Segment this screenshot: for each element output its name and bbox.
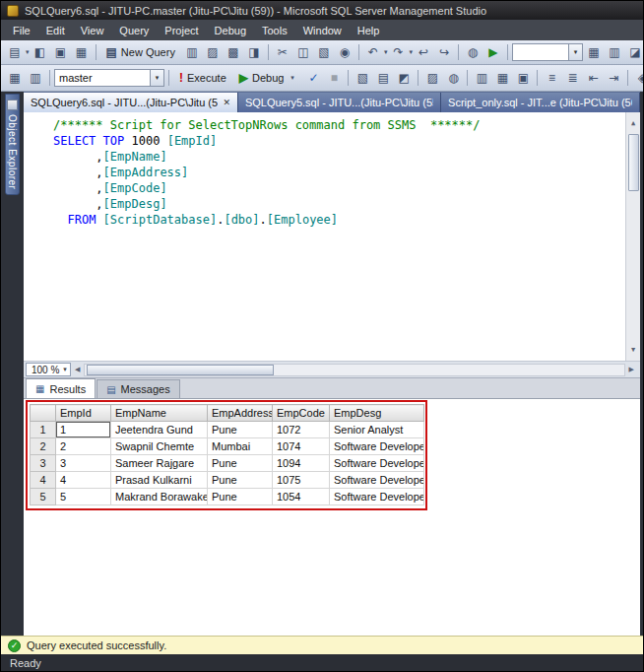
change-connection-icon[interactable]: ▥ xyxy=(26,69,45,88)
registered-servers-icon[interactable]: ▦ xyxy=(584,43,604,62)
object-explorer-tab[interactable]: Object Explorer xyxy=(5,94,20,195)
results-tab-messages[interactable]: ▤Messages xyxy=(97,379,180,398)
chevron-down-icon[interactable]: ▾ xyxy=(26,48,30,56)
results-to-grid-icon[interactable]: ▦ xyxy=(492,69,512,88)
document-tab-2[interactable]: SQLQuery5.sql - JITU...(Jitu-PC\Jitu (55… xyxy=(238,93,441,112)
grid-cell[interactable]: Jeetendra Gund xyxy=(111,422,208,438)
analysis-services-dmx-query-icon[interactable]: ▩ xyxy=(224,43,243,62)
grid-column-header[interactable]: EmpAddress xyxy=(208,405,273,422)
chevron-down-icon[interactable]: ▾ xyxy=(288,74,296,82)
grid-cell[interactable]: 1 xyxy=(56,422,111,438)
scroll-up-icon[interactable]: ▲ xyxy=(631,112,635,134)
new-project-icon[interactable]: ▤ xyxy=(5,43,25,62)
uncomment-selection-icon[interactable]: ≣ xyxy=(562,69,582,88)
grid-column-header[interactable]: EmpDesg xyxy=(330,405,424,422)
new-query-button[interactable]: ▤New Query xyxy=(100,42,181,62)
results-tab-results[interactable]: ▦Results xyxy=(26,378,96,398)
database-engine-query-icon[interactable]: ▥ xyxy=(182,43,202,62)
find-icon[interactable]: ◉ xyxy=(335,43,354,62)
start-debugging-icon[interactable]: ▶ xyxy=(483,43,503,62)
grid-row-number[interactable]: 5 xyxy=(31,489,56,505)
grid-cell[interactable]: Senior Analyst xyxy=(330,422,424,438)
menu-item-query[interactable]: Query xyxy=(111,22,157,39)
available-databases-combo[interactable]: master▾ xyxy=(54,69,164,87)
chevron-down-icon[interactable]: ▾ xyxy=(150,70,163,86)
code-area[interactable]: /****** Script for SelectTopNRows comman… xyxy=(53,117,622,228)
analysis-services-xmla-query-icon[interactable]: ◨ xyxy=(244,43,264,62)
redo-icon[interactable]: ↷ xyxy=(388,43,408,62)
menu-item-file[interactable]: File xyxy=(5,22,38,39)
intellisense-enabled-icon[interactable]: ◩ xyxy=(394,69,414,88)
grid-cell[interactable]: Sameer Rajgare xyxy=(111,455,208,472)
grid-cell[interactable]: Pune xyxy=(208,455,273,472)
chevron-down-icon[interactable]: ▾ xyxy=(568,44,582,60)
grid-cell[interactable]: Makrand Borawake xyxy=(111,489,208,505)
grid-cell[interactable]: 1075 xyxy=(273,472,330,489)
sql-editor[interactable]: /****** Script for SelectTopNRows comman… xyxy=(24,112,640,361)
grid-column-header[interactable]: EmpName xyxy=(111,405,208,422)
connect-database-icon[interactable]: ▦ xyxy=(5,69,25,88)
grid-cell[interactable]: 1074 xyxy=(273,438,330,455)
display-estimated-plan-icon[interactable]: ▧ xyxy=(353,69,372,88)
grid-cell[interactable]: 4 xyxy=(56,472,111,489)
open-file-icon[interactable]: ◧ xyxy=(31,43,50,62)
grid-cell[interactable]: 1094 xyxy=(273,455,330,472)
paste-icon[interactable]: ▧ xyxy=(314,43,334,62)
copy-icon[interactable]: ◫ xyxy=(293,43,313,62)
menu-item-debug[interactable]: Debug xyxy=(207,22,254,39)
zoom-selector[interactable]: 100 % ▾ xyxy=(26,363,71,376)
query-options-icon[interactable]: ▤ xyxy=(373,69,393,88)
editor-horizontal-scrollbar[interactable] xyxy=(84,364,624,376)
cut-icon[interactable]: ✂ xyxy=(273,43,292,62)
menu-item-window[interactable]: Window xyxy=(295,22,350,39)
save-all-icon[interactable]: ▦ xyxy=(72,43,92,62)
debug-button[interactable]: ▶Debug▾ xyxy=(233,68,303,88)
menu-item-project[interactable]: Project xyxy=(157,22,206,39)
grid-cell[interactable]: 1054 xyxy=(273,489,330,505)
chevron-down-icon[interactable]: ▾ xyxy=(63,366,67,373)
menu-item-view[interactable]: View xyxy=(73,22,112,39)
template-explorer-icon[interactable]: ▥ xyxy=(605,43,624,62)
properties-window-icon[interactable]: ◪ xyxy=(625,43,643,62)
grid-row-number[interactable]: 4 xyxy=(31,472,56,489)
grid-cell[interactable]: Mumbai xyxy=(208,438,273,455)
parse-query-icon[interactable]: ✓ xyxy=(303,69,323,88)
grid-cell[interactable]: Software Developer xyxy=(330,438,424,455)
grid-cell[interactable]: Software Developer xyxy=(330,489,424,505)
vertical-scrollbar-thumb[interactable] xyxy=(628,134,639,191)
specify-template-values-icon[interactable]: ◈ xyxy=(632,69,643,88)
editor-vertical-scrollbar[interactable]: ▲ ▼ xyxy=(625,112,640,361)
document-tab-3[interactable]: Script_only.sql - JIT...e (Jitu-PC\Jitu … xyxy=(441,93,640,112)
scroll-right-icon[interactable]: ▶ xyxy=(625,366,638,373)
cancel-executing-query-icon[interactable]: ■ xyxy=(324,69,344,88)
comment-selection-icon[interactable]: ≡ xyxy=(542,69,561,88)
grid-cell[interactable]: 5 xyxy=(56,489,111,505)
chevron-down-icon[interactable]: ▾ xyxy=(409,48,413,56)
grid-cell[interactable]: 3 xyxy=(56,455,111,472)
chevron-down-icon[interactable]: ▾ xyxy=(384,48,388,56)
results-to-text-icon[interactable]: ▥ xyxy=(472,69,491,88)
grid-corner-cell[interactable] xyxy=(31,405,56,422)
navigate-backward-icon[interactable]: ↩ xyxy=(414,43,433,62)
save-icon[interactable]: ▣ xyxy=(51,43,71,62)
grid-column-header[interactable]: EmpCode xyxy=(273,405,330,422)
include-actual-plan-icon[interactable]: ▨ xyxy=(422,69,442,88)
execute-button[interactable]: !Execute xyxy=(173,68,232,88)
grid-row-number[interactable]: 1 xyxy=(31,422,56,438)
grid-cell[interactable]: 2 xyxy=(56,438,111,455)
menu-item-edit[interactable]: Edit xyxy=(38,22,73,39)
grid-cell[interactable]: Swapnil Chemte xyxy=(111,438,208,455)
grid-cell[interactable]: Software Developer xyxy=(330,472,424,489)
grid-cell[interactable]: 1072 xyxy=(273,422,330,438)
menu-item-help[interactable]: Help xyxy=(350,22,388,39)
grid-cell[interactable]: Pune xyxy=(208,489,273,505)
decrease-indent-icon[interactable]: ⇤ xyxy=(583,69,603,88)
scroll-left-icon[interactable]: ◀ xyxy=(71,366,84,373)
quick-find-combo[interactable]: ▾ xyxy=(512,43,583,61)
grid-cell[interactable]: Pune xyxy=(208,422,273,438)
close-icon[interactable]: ✕ xyxy=(223,98,230,107)
activity-monitor-icon[interactable]: ◍ xyxy=(463,43,483,62)
scroll-down-icon[interactable]: ▼ xyxy=(631,339,635,361)
increase-indent-icon[interactable]: ⇥ xyxy=(604,69,623,88)
results-to-file-icon[interactable]: ▣ xyxy=(513,69,533,88)
